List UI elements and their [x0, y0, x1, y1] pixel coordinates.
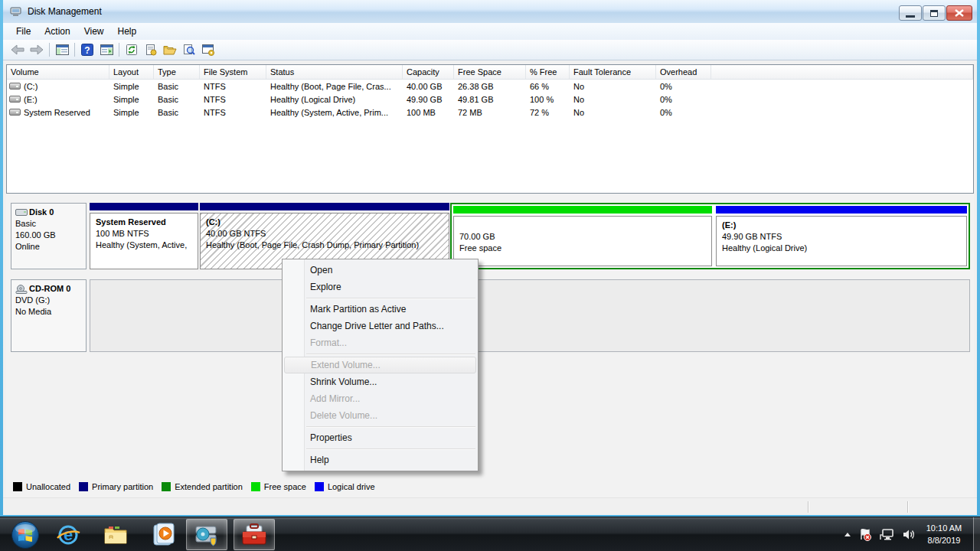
legend-label: Free space: [264, 482, 306, 491]
open-icon[interactable]: [163, 43, 177, 57]
column-header-status[interactable]: Status: [266, 65, 403, 79]
start-button[interactable]: [5, 519, 46, 550]
network-icon[interactable]: [879, 528, 894, 541]
cdrom-media-area[interactable]: [90, 279, 970, 352]
show-action-pane-icon[interactable]: [100, 43, 113, 57]
volume-row-c[interactable]: (C:) Simple Basic NTFS Healthy (Boot, Pa…: [7, 80, 973, 93]
legend-chip-unallocated: [13, 482, 22, 491]
partition-title: System Reserved: [96, 217, 196, 228]
cell-file-system: NTFS: [200, 108, 266, 117]
taskbar-windows-explorer-button[interactable]: [95, 519, 136, 550]
disk0-label[interactable]: Disk 0 Basic 160.00 GB Online: [11, 203, 87, 269]
cell-pct-free: 66 %: [526, 82, 570, 91]
refresh-icon[interactable]: [125, 43, 139, 57]
menu-file[interactable]: File: [9, 24, 38, 39]
cell-file-system: NTFS: [200, 82, 266, 91]
find-icon[interactable]: [182, 43, 196, 57]
menu-item-mark-partition-active[interactable]: Mark Partition as Active: [283, 301, 478, 318]
legend-label: Logical drive: [328, 482, 375, 491]
taskbar-internet-explorer-button[interactable]: e: [47, 519, 89, 550]
partition-status: Healthy (Boot, Page File, Crash Dump, Pr…: [206, 240, 447, 251]
show-console-tree-icon[interactable]: [55, 43, 69, 57]
menu-item-explore[interactable]: Explore: [283, 279, 478, 295]
disk-management-window: Disk Management File Action View Help: [0, 0, 980, 517]
disk-name: Disk 0: [29, 207, 54, 218]
partition-size: 100 MB NTFS: [96, 228, 196, 240]
volume-name: (C:): [24, 82, 38, 91]
cell-status: Healthy (Logical Drive): [266, 95, 403, 104]
action-center-icon[interactable]: [858, 528, 871, 541]
show-desktop-button[interactable]: [973, 517, 980, 551]
taskbar-disk-management-button[interactable]: [186, 519, 227, 550]
manage-icon[interactable]: [201, 43, 215, 57]
export-list-icon[interactable]: [144, 43, 158, 57]
menu-item-extend-volume: Extend Volume...: [284, 357, 476, 373]
svg-text:?: ?: [84, 45, 90, 56]
maximize-icon: [930, 10, 938, 17]
legend: Unallocated Primary partition Extended p…: [13, 482, 375, 491]
cell-free-space: 72 MB: [454, 108, 526, 117]
help-icon[interactable]: ?: [80, 43, 94, 57]
menu-view[interactable]: View: [77, 24, 111, 39]
forward-icon[interactable]: [30, 43, 44, 57]
column-header-free-space[interactable]: Free Space: [454, 65, 526, 79]
cd-rom-icon: [15, 285, 28, 294]
column-header-fault-tolerance[interactable]: Fault Tolerance: [570, 65, 656, 79]
volume-row-e[interactable]: (E:) Simple Basic NTFS Healthy (Logical …: [7, 93, 973, 106]
menu-item-shrink-volume[interactable]: Shrink Volume...: [283, 373, 478, 390]
menu-item-delete-volume: Delete Volume...: [283, 407, 478, 424]
column-header-type[interactable]: Type: [154, 65, 200, 79]
column-header-layout[interactable]: Layout: [109, 65, 154, 79]
drive-icon: [9, 96, 21, 103]
disk-management-icon: [194, 523, 220, 547]
minimize-icon: [906, 15, 915, 18]
menu-action[interactable]: Action: [38, 24, 77, 39]
partition-system-reserved[interactable]: System Reserved 100 MB NTFS Healthy (Sys…: [90, 203, 198, 269]
cell-overhead: 0%: [656, 82, 711, 91]
column-header-overhead[interactable]: Overhead: [656, 65, 711, 79]
menu-item-change-drive-letter[interactable]: Change Drive Letter and Paths...: [283, 318, 478, 334]
column-header-volume[interactable]: Volume: [7, 65, 109, 79]
volume-list-header: Volume Layout Type File System Status Ca…: [7, 65, 973, 80]
cell-file-system: NTFS: [200, 95, 266, 104]
partition-status: Healthy (System, Active,: [96, 240, 196, 251]
menu-item-open[interactable]: Open: [283, 262, 478, 279]
titlebar[interactable]: Disk Management: [3, 0, 977, 23]
cell-type: Basic: [154, 108, 200, 117]
graphical-view-pane: Disk 0 Basic 160.00 GB Online System Res…: [6, 194, 974, 497]
column-header-pct-free[interactable]: % Free: [526, 65, 570, 79]
close-button[interactable]: [946, 5, 972, 21]
mmc-client-area: Volume Layout Type File System Status Ca…: [3, 60, 977, 497]
partition-context-menu: Open Explore Mark Partition as Active Ch…: [282, 259, 479, 471]
taskbar-clock[interactable]: 10:10 AM 8/8/2019: [919, 522, 969, 546]
column-header-capacity[interactable]: Capacity: [403, 65, 454, 79]
partition-free-space[interactable]: 70.00 GB Free space: [453, 206, 712, 266]
cell-layout: Simple: [109, 82, 154, 91]
menu-item-help[interactable]: Help: [283, 452, 478, 468]
minimize-button[interactable]: [899, 5, 922, 21]
status-bar: [3, 497, 977, 515]
partition-e[interactable]: (E:) 49.90 GB NTFS Healthy (Logical Driv…: [716, 206, 967, 266]
partition-status: Healthy (Logical Drive): [722, 243, 965, 254]
menu-item-properties[interactable]: Properties: [283, 429, 478, 446]
show-hidden-icons-icon[interactable]: [844, 533, 851, 536]
taskbar-toolbox-button[interactable]: [234, 519, 275, 550]
maximize-button[interactable]: [923, 5, 946, 21]
partition-color-strip: [90, 203, 198, 210]
back-icon[interactable]: [11, 43, 24, 57]
screen: Disk Management File Action View Help: [0, 0, 980, 551]
menu-separator: [306, 298, 475, 298]
cell-free-space: 49.81 GB: [454, 95, 526, 104]
cdrom0-label[interactable]: CD-ROM 0 DVD (G:) No Media: [11, 279, 87, 352]
menu-help[interactable]: Help: [111, 24, 144, 39]
volume-row-system-reserved[interactable]: System Reserved Simple Basic NTFS Health…: [7, 106, 973, 119]
menu-item-format: Format...: [283, 334, 478, 351]
cell-type: Basic: [154, 82, 200, 91]
column-header-file-system[interactable]: File System: [200, 65, 266, 79]
taskbar-media-player-button[interactable]: [142, 519, 184, 550]
cell-free-space: 26.38 GB: [454, 82, 526, 91]
partition-title: [459, 220, 710, 231]
volume-icon[interactable]: [902, 528, 916, 541]
windows-explorer-icon: [103, 523, 129, 546]
cell-capacity: 49.90 GB: [403, 95, 454, 104]
